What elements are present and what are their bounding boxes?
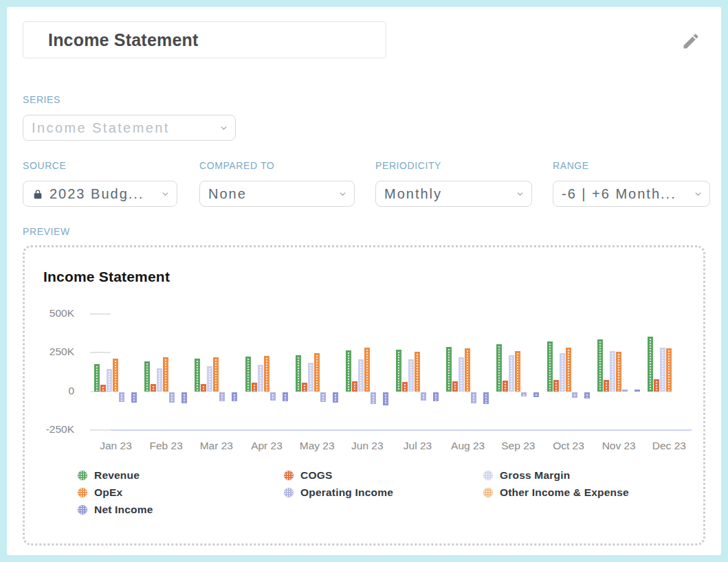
bar-net-income [333, 392, 338, 403]
legend-item-cogs[interactable]: COGS [284, 469, 483, 482]
bar-gross-margin [610, 351, 615, 392]
range-select-value: -6 | +6 Month... [562, 186, 690, 202]
bar-gross-margin [157, 368, 162, 392]
bar-gross-margin [308, 363, 313, 392]
legend-marker-icon [78, 471, 87, 480]
bar-net-income [131, 392, 137, 403]
bar-opex [616, 352, 621, 392]
range-label: RANGE [553, 160, 589, 171]
legend-item-opex[interactable]: OpEx [78, 486, 284, 499]
periodicity-select[interactable]: Monthly [375, 181, 532, 207]
bar-gross-margin [509, 355, 514, 392]
bar-opex [515, 351, 520, 392]
bar-opex [163, 357, 168, 392]
bar-net-income [181, 392, 187, 403]
bar-gross-margin [258, 365, 263, 392]
periodicity-label: PERIODICITY [375, 160, 441, 171]
legend-item-other-income-expense[interactable]: Other Income & Expense [483, 486, 710, 499]
bar-net-income [635, 390, 640, 392]
bar-cogs [402, 382, 408, 392]
edit-button[interactable] [677, 27, 705, 55]
legend-label: Other Income & Expense [500, 486, 629, 499]
bar-cogs [100, 385, 106, 392]
bar-cogs [201, 384, 206, 392]
compared-to-label: COMPARED TO [199, 160, 274, 171]
legend-item-gross-margin[interactable]: Gross Margin [483, 469, 710, 482]
bar-operating-income [320, 392, 326, 402]
bar-opex [465, 348, 470, 392]
series-select[interactable]: Income Statement [23, 115, 236, 141]
y-axis-tick-label: 0 [30, 385, 74, 397]
bar-revenue [195, 359, 200, 392]
bar-revenue [245, 357, 251, 392]
bar-cogs [553, 380, 559, 392]
chevron-down-icon [338, 190, 347, 199]
preview-label: PREVIEW [23, 226, 70, 237]
legend-item-net-income[interactable]: Net Income [78, 504, 284, 516]
bar-net-income [232, 392, 237, 401]
bar-revenue [94, 364, 100, 392]
bar-revenue [346, 350, 351, 392]
periodicity-select-value: Monthly [384, 186, 511, 202]
bar-opex [364, 348, 370, 392]
lock-icon [32, 188, 43, 200]
bar-opex [314, 353, 320, 392]
bar-revenue [597, 339, 603, 392]
bar-gross-margin [560, 353, 565, 392]
series-label: SERIES [23, 94, 60, 105]
bar-operating-income [219, 392, 225, 401]
pencil-icon [681, 32, 701, 51]
compared-to-select[interactable]: None [199, 181, 355, 207]
bar-net-income [383, 392, 388, 405]
bar-cogs [151, 384, 156, 392]
bar-net-income [483, 392, 489, 404]
bar-opex [415, 352, 420, 392]
bar-revenue [547, 341, 553, 392]
bar-cogs [302, 383, 307, 392]
bar-cogs [452, 381, 458, 392]
bar-opex [213, 357, 219, 392]
legend-label: Net Income [94, 504, 153, 516]
bar-revenue [446, 347, 452, 392]
widget-title-input[interactable]: Income Statement [23, 21, 386, 58]
source-select[interactable]: 2023 Budg... [23, 181, 177, 207]
bar-net-income [283, 392, 288, 401]
bar-opex [666, 348, 672, 392]
y-axis-tick-label: -250K [30, 423, 74, 436]
bar-revenue [144, 361, 150, 392]
chart-preview-panel: Income Statement 500K250K0-250KJan 23Feb… [23, 245, 705, 546]
compared-to-select-value: None [208, 186, 334, 202]
bar-opex [264, 356, 269, 392]
bar-cogs [604, 380, 609, 392]
chevron-down-icon [161, 190, 170, 199]
legend-item-operating-income[interactable]: Operating Income [284, 486, 483, 499]
range-select[interactable]: -6 | +6 Month... [553, 181, 710, 207]
legend-marker-icon [78, 488, 87, 497]
bar-operating-income [270, 392, 276, 401]
legend-item-revenue[interactable]: Revenue [78, 469, 284, 482]
bar-operating-income [622, 390, 628, 392]
bar-operating-income [421, 392, 426, 401]
chevron-down-icon [694, 190, 703, 199]
legend-label: Revenue [94, 469, 140, 482]
y-axis-tick-label: 250K [30, 346, 74, 358]
bar-gross-margin [207, 366, 212, 392]
legend-marker-icon [483, 471, 493, 480]
bar-gross-margin [660, 348, 665, 392]
bar-operating-income [169, 392, 175, 403]
bar-revenue [648, 337, 653, 392]
bar-net-income [533, 392, 539, 397]
bar-opex [566, 348, 571, 392]
chart-legend: RevenueOpExNet IncomeCOGSOperating Incom… [78, 469, 710, 516]
legend-marker-icon [284, 471, 294, 480]
series-select-value: Income Statement [32, 120, 215, 136]
bar-revenue [496, 344, 502, 392]
legend-marker-icon [483, 488, 493, 497]
y-axis-tick-label: 500K [30, 307, 74, 319]
bar-operating-income [521, 392, 527, 396]
legend-label: Operating Income [300, 486, 393, 499]
legend-label: OpEx [94, 486, 122, 499]
chevron-down-icon [219, 124, 228, 133]
bar-cogs [352, 381, 357, 392]
bar-gross-margin [358, 359, 364, 392]
